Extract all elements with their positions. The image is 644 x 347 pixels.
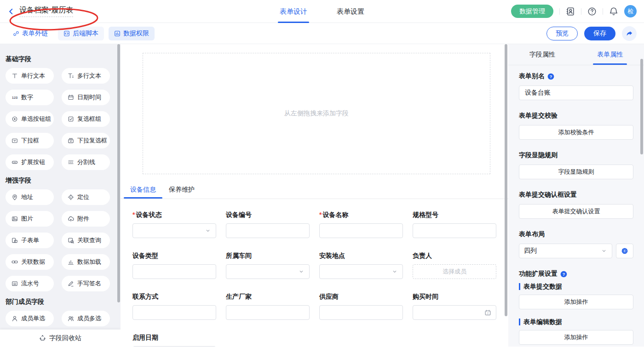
back-icon[interactable] [7, 8, 15, 15]
field-dropzone[interactable]: 从左侧拖拽来添加字段 [143, 53, 490, 174]
field-pill[interactable]: 下拉复选框 [62, 133, 110, 148]
panel-section-heading: 表单布局 [519, 231, 633, 238]
help-icon[interactable] [587, 7, 597, 16]
divider-icon [68, 159, 74, 165]
field-date-input[interactable]: 7 [413, 305, 496, 320]
field-pill[interactable]: 子表单 [6, 233, 54, 248]
field-pill[interactable]: 数据加载 [62, 254, 110, 270]
canvas-tab-1[interactable]: 设备信息 [124, 186, 162, 199]
field-pill[interactable]: 多行文本 [62, 68, 110, 84]
datetime-icon [68, 94, 74, 101]
field-text-input[interactable] [226, 305, 310, 320]
contacts-icon[interactable] [566, 7, 575, 16]
panel-action-button[interactable]: 字段显隐规则 [519, 165, 633, 179]
member-picker[interactable]: 选择成员 [413, 264, 496, 279]
toolbar-link[interactable]: 后端脚本 [58, 27, 104, 40]
panel-subsection-title: 表单提交数据 [519, 283, 633, 290]
panel-action-button[interactable]: 表单提交确认设置 [519, 204, 633, 219]
form-alias-input[interactable] [519, 85, 633, 100]
field-recycle-bin[interactable]: 字段回收站 [0, 330, 121, 347]
form-title[interactable]: 设备档案-履历表 [19, 6, 73, 17]
field-pill-label: 地址 [21, 193, 33, 201]
sidebar-scrollbar[interactable] [117, 44, 120, 302]
field-pill[interactable]: 附件 [62, 211, 110, 227]
field-select[interactable] [319, 264, 403, 279]
header-left: 设备档案-履历表 [7, 6, 73, 17]
form-field: 安装地点 [319, 252, 403, 279]
field-pill[interactable]: 单行文本 [6, 68, 54, 84]
header-tab-2[interactable]: 表单设置 [335, 0, 366, 23]
field-text-input[interactable] [226, 223, 310, 238]
layout-settings-button[interactable] [616, 244, 633, 258]
form-field: 联系方式 [132, 293, 216, 320]
field-text-input[interactable] [132, 346, 216, 347]
avatar[interactable]: 检 [624, 5, 637, 17]
dropzone-hint: 从左侧拖拽来添加字段 [284, 109, 349, 118]
field-pill[interactable]: 关联数据 [6, 254, 54, 270]
field-label: 设备类型 [132, 252, 216, 260]
field-label: 生产厂家 [226, 293, 310, 301]
panel-section-control: 添加校验条件 [519, 125, 633, 140]
field-select[interactable] [226, 264, 310, 279]
panel-tab-1[interactable]: 字段属性 [508, 44, 576, 65]
field-pill[interactable]: 日期时间 [62, 90, 110, 105]
field-pill[interactable]: 成员多选 [62, 311, 110, 326]
field-pill[interactable]: 成员单选 [6, 311, 54, 326]
script-icon [63, 30, 70, 37]
panel-tab-2[interactable]: 表单属性 [576, 44, 644, 65]
panel-action-button[interactable]: 添加校验条件 [519, 125, 633, 140]
recycle-bin-label: 字段回收站 [49, 334, 81, 342]
field-pill-label: 多行文本 [77, 72, 101, 80]
field-pill[interactable]: 扩展按钮 [6, 154, 54, 170]
members-icon [68, 315, 74, 322]
field-pill[interactable]: 定位 [62, 189, 110, 205]
save-button[interactable]: 保存 [584, 27, 615, 40]
field-text-input[interactable] [319, 223, 403, 238]
field-pill[interactable]: 复选框组 [62, 111, 110, 127]
data-load-icon [68, 259, 74, 265]
panel-scrollbar[interactable] [640, 59, 643, 154]
field-text-input[interactable] [413, 223, 496, 238]
field-pill[interactable]: 分割线 [62, 154, 110, 170]
canvas-tab-2[interactable]: 保养维护 [162, 186, 201, 199]
link-data-icon [12, 259, 18, 265]
toolbar-link[interactable]: 数据权限 [109, 27, 155, 40]
field-pill-label: 附件 [77, 215, 89, 223]
back-icon[interactable] [7, 8, 15, 15]
field-pill[interactable]: 图片 [6, 211, 54, 227]
question-filled-icon[interactable]: ? [560, 271, 567, 278]
field-text-input[interactable] [319, 305, 403, 320]
field-pill[interactable]: 123数字 [6, 90, 54, 105]
serial-icon [12, 280, 18, 287]
field-pill[interactable]: 单选按钮组 [6, 111, 54, 127]
field-pill[interactable]: 地址 [6, 189, 54, 205]
bell-icon[interactable] [609, 7, 618, 16]
field-text-input[interactable] [132, 305, 216, 320]
field-pill[interactable]: 手写签名 [62, 276, 110, 291]
multiselect-icon [68, 137, 74, 144]
field-pill[interactable]: 关联查询 [62, 233, 110, 248]
field-pill[interactable]: 流水号 [6, 276, 54, 291]
panel-action-button[interactable]: 添加操作 [519, 295, 633, 309]
field-text-input[interactable] [132, 264, 216, 279]
app-header: 设备档案-履历表 表单设计表单设置 数据管理 检 [0, 0, 644, 23]
field-pill-label: 单选按钮组 [21, 115, 51, 123]
data-manage-button[interactable]: 数据管理 [511, 5, 553, 18]
field-pill[interactable]: 下拉框 [6, 133, 54, 148]
panel-section-title: 表单布局 [519, 230, 545, 239]
field-select[interactable] [132, 223, 216, 238]
chevron-down-icon [205, 228, 211, 234]
permission-icon [114, 30, 121, 37]
question-filled-icon[interactable]: ? [547, 73, 554, 80]
field-pill-label: 日期时间 [77, 93, 101, 102]
preview-button[interactable]: 预览 [546, 27, 578, 40]
panel-action-button[interactable]: 添加操作 [519, 330, 633, 345]
toolbar-link[interactable]: 表单外链 [7, 27, 53, 40]
header-tab-1[interactable]: 表单设计 [278, 0, 309, 23]
share-button[interactable] [622, 26, 637, 41]
field-pill-label: 数字 [21, 93, 33, 102]
canvas-scrollbar[interactable] [505, 44, 507, 316]
header-actions: 数据管理 检 [511, 5, 637, 18]
form-layout-select[interactable]: 四列 [519, 244, 612, 258]
chevron-down-icon [601, 248, 607, 254]
